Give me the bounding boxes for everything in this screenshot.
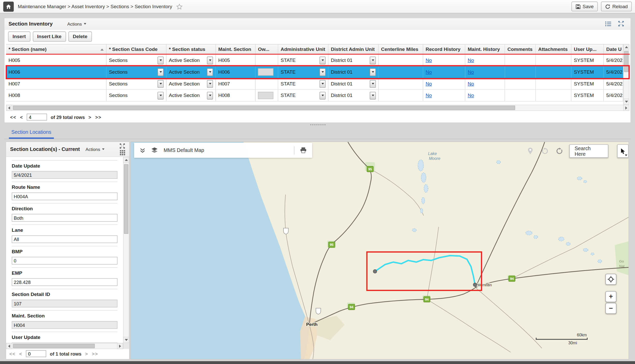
- col-attachments[interactable]: Attachments: [536, 44, 571, 54]
- lane-field[interactable]: [12, 235, 118, 243]
- redo-icon[interactable]: [555, 146, 565, 156]
- dropdown-button[interactable]: [157, 57, 164, 64]
- delete-button[interactable]: Delete: [68, 31, 92, 42]
- dropdown-button[interactable]: [207, 80, 213, 87]
- col-date-update[interactable]: Date U: [604, 44, 623, 54]
- zoom-in-button[interactable]: +: [606, 291, 617, 302]
- route-start-point[interactable]: [373, 270, 377, 273]
- col-section-name[interactable]: * Section (name): [6, 44, 107, 54]
- cell-admin-unit: STATE: [278, 66, 329, 78]
- section-detail-id-field[interactable]: [12, 300, 118, 307]
- print-icon[interactable]: [300, 147, 306, 153]
- emp-field[interactable]: [12, 278, 118, 286]
- zoom-out-button[interactable]: −: [606, 303, 617, 314]
- maint-history-link[interactable]: No: [468, 69, 474, 75]
- route-name-field[interactable]: [12, 193, 118, 200]
- grid-view-icon[interactable]: [120, 150, 125, 156]
- next-page-button[interactable]: >: [89, 115, 92, 119]
- col-centerline[interactable]: Centerline Miles: [379, 44, 423, 54]
- layers-icon[interactable]: [151, 147, 158, 153]
- dropdown-button[interactable]: [157, 80, 164, 87]
- col-record-history[interactable]: Record History: [423, 44, 465, 54]
- col-comments[interactable]: Comments: [505, 44, 536, 54]
- owner-input[interactable]: [258, 68, 273, 75]
- form-vertical-scrollbar[interactable]: [123, 157, 129, 343]
- dropdown-button[interactable]: [207, 68, 213, 76]
- table-row-selected[interactable]: H006 Sections Active Section H006 STATE …: [6, 66, 623, 78]
- list-view-icon[interactable]: [605, 21, 611, 26]
- maint-section-field[interactable]: [12, 321, 118, 329]
- table-row[interactable]: H007 Sections Active Section H007 STATE …: [6, 78, 623, 90]
- reload-button[interactable]: Reload: [601, 2, 632, 11]
- section-locations-panel: Section Location(s) - Current Actions Da…: [6, 141, 130, 359]
- next-page-button[interactable]: >: [85, 351, 88, 356]
- dropdown-button[interactable]: [370, 92, 376, 99]
- tab-section-locations[interactable]: Section Locations: [9, 127, 54, 139]
- insert-button[interactable]: Insert: [8, 31, 30, 42]
- route-end-point[interactable]: [473, 283, 477, 286]
- record-history-link[interactable]: No: [426, 58, 432, 63]
- col-user-update[interactable]: User Up...: [572, 44, 604, 54]
- expand-panel-icon[interactable]: [120, 143, 125, 149]
- save-button[interactable]: Save: [571, 2, 598, 11]
- prev-page-button[interactable]: <: [20, 115, 23, 119]
- insert-like-button[interactable]: Insert Like: [33, 31, 66, 42]
- favorite-star-icon[interactable]: [176, 3, 183, 9]
- locate-button[interactable]: [606, 274, 617, 285]
- undo-icon[interactable]: [540, 146, 550, 156]
- direction-field[interactable]: [12, 214, 118, 222]
- pin-tool-icon[interactable]: [526, 146, 535, 156]
- first-page-button[interactable]: <<: [10, 115, 16, 119]
- date-update-field[interactable]: [12, 171, 118, 179]
- form-horizontal-scrollbar[interactable]: [6, 343, 123, 349]
- record-history-link[interactable]: No: [426, 81, 432, 86]
- dropdown-button[interactable]: [320, 80, 326, 87]
- maint-history-link[interactable]: No: [468, 93, 474, 98]
- splitter-handle[interactable]: [310, 124, 326, 126]
- pointer-tool-button[interactable]: [617, 144, 628, 158]
- svg-text:94: 94: [425, 298, 429, 301]
- dropdown-button[interactable]: [320, 57, 326, 64]
- owner-input[interactable]: [258, 92, 273, 99]
- dropdown-button[interactable]: [207, 57, 213, 64]
- actions-menu[interactable]: Actions: [67, 21, 86, 26]
- maint-history-link[interactable]: No: [468, 81, 474, 86]
- dropdown-button[interactable]: [207, 92, 213, 99]
- grid-vertical-scrollbar[interactable]: [623, 44, 629, 105]
- actions-menu[interactable]: Actions: [86, 147, 104, 152]
- map-canvas[interactable]: Lake Moore Go Nat 95 95 94 94 94 Merredi…: [131, 142, 629, 360]
- page-number-input[interactable]: [27, 114, 47, 120]
- col-owner[interactable]: Ow...: [256, 44, 278, 54]
- col-class-code[interactable]: * Section Class Code: [107, 44, 166, 54]
- grid-horizontal-scrollbar[interactable]: [6, 105, 629, 111]
- dropdown-button[interactable]: [320, 68, 326, 76]
- col-maint-history[interactable]: Maint. History: [465, 44, 505, 54]
- last-page-button[interactable]: >>: [95, 115, 101, 119]
- search-here-button[interactable]: Search Here: [569, 144, 608, 158]
- maint-history-link[interactable]: No: [468, 58, 474, 63]
- last-page-button[interactable]: >>: [92, 351, 98, 356]
- table-row[interactable]: H005 Sections Active Section H005 STATE …: [6, 54, 623, 66]
- collapse-double-chevron-icon[interactable]: [140, 148, 145, 153]
- dropdown-button[interactable]: [370, 68, 376, 76]
- bmp-field[interactable]: [12, 257, 118, 264]
- first-page-button[interactable]: <<: [9, 351, 15, 356]
- table-row[interactable]: H008 Sections Active Section H008 STATE …: [6, 90, 623, 102]
- col-maint-section[interactable]: Maint. Section: [216, 44, 256, 54]
- park-label: Go: [619, 259, 624, 263]
- record-history-link[interactable]: No: [426, 93, 432, 98]
- dropdown-button[interactable]: [370, 80, 376, 87]
- record-history-link[interactable]: No: [426, 69, 432, 75]
- dropdown-button[interactable]: [320, 92, 326, 99]
- dropdown-button[interactable]: [370, 57, 376, 64]
- col-admin-unit[interactable]: Administrative Unit: [278, 44, 329, 54]
- home-button[interactable]: [3, 2, 14, 12]
- prev-page-button[interactable]: <: [19, 351, 22, 356]
- page-number-input[interactable]: [26, 350, 46, 357]
- dropdown-button[interactable]: [157, 92, 164, 99]
- col-district[interactable]: District Admin Unit: [329, 44, 379, 54]
- expand-panel-icon[interactable]: [618, 21, 624, 27]
- cell-comments: [505, 54, 536, 66]
- dropdown-button[interactable]: [157, 68, 164, 76]
- col-status[interactable]: * Section status: [166, 44, 216, 54]
